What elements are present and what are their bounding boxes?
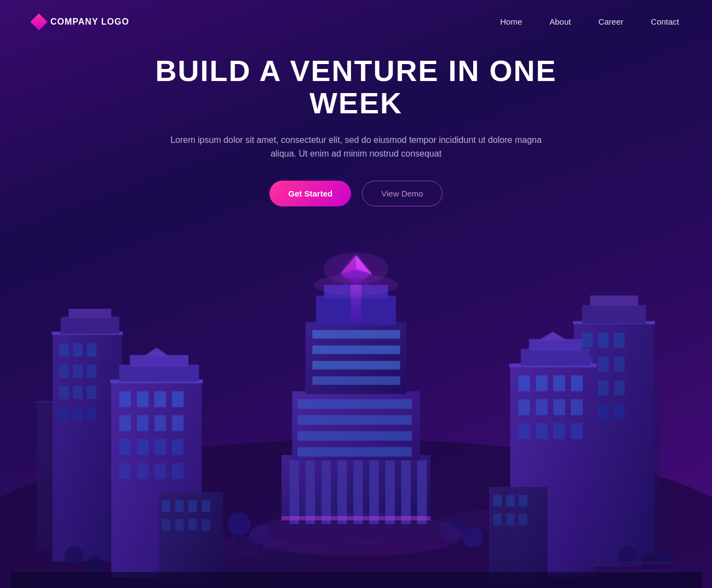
svg-rect-97	[312, 376, 400, 385]
svg-rect-51	[172, 439, 183, 455]
svg-rect-44	[119, 415, 131, 431]
svg-rect-140	[569, 569, 675, 572]
svg-rect-9	[73, 343, 82, 356]
svg-rect-67	[553, 399, 565, 415]
svg-rect-32	[614, 381, 624, 395]
svg-rect-123	[175, 500, 184, 512]
svg-rect-135	[506, 514, 515, 525]
svg-point-112	[65, 546, 84, 566]
svg-rect-124	[188, 500, 197, 512]
svg-rect-122	[162, 500, 170, 512]
svg-rect-52	[119, 463, 131, 479]
svg-point-108	[227, 512, 251, 536]
svg-rect-69	[518, 423, 530, 439]
svg-rect-109	[237, 535, 240, 545]
svg-rect-86	[417, 460, 427, 524]
svg-rect-16	[87, 386, 96, 399]
svg-rect-128	[188, 519, 197, 531]
svg-rect-57	[130, 355, 188, 367]
logo-icon	[30, 13, 47, 30]
nav-home[interactable]: Home	[500, 17, 522, 26]
svg-rect-139	[569, 561, 675, 564]
svg-rect-89	[297, 399, 412, 408]
svg-rect-90	[297, 415, 412, 424]
svg-rect-25	[598, 333, 608, 348]
svg-rect-48	[119, 439, 131, 455]
nav-contact[interactable]: Contact	[651, 17, 679, 26]
hero-section: BUILD A VENTURE IN ONE WEEK Lorem ipsum …	[0, 55, 712, 206]
svg-rect-41	[137, 391, 148, 407]
svg-rect-136	[519, 514, 527, 525]
svg-rect-79	[306, 460, 315, 524]
svg-point-116	[462, 527, 484, 548]
svg-rect-105	[351, 285, 361, 327]
svg-rect-31	[598, 381, 608, 395]
nav-career[interactable]: Career	[598, 17, 623, 26]
hero-description: Lorem ipsum dolor sit amet, consectetur …	[164, 133, 548, 161]
svg-rect-26	[614, 333, 624, 348]
svg-rect-14	[59, 386, 68, 399]
svg-rect-28	[598, 356, 608, 371]
svg-rect-134	[493, 514, 502, 525]
svg-rect-36	[582, 305, 646, 324]
svg-rect-42	[154, 391, 166, 407]
svg-rect-129	[202, 519, 210, 531]
svg-rect-11	[59, 365, 68, 378]
svg-rect-54	[154, 463, 166, 479]
svg-rect-46	[154, 415, 166, 431]
svg-rect-63	[553, 375, 565, 391]
svg-rect-50	[154, 439, 166, 455]
svg-point-113	[87, 556, 103, 572]
svg-rect-37	[590, 296, 638, 306]
get-started-button[interactable]: Get Started	[269, 181, 351, 206]
svg-rect-40	[119, 391, 131, 407]
svg-rect-85	[401, 460, 411, 524]
svg-rect-19	[87, 407, 96, 420]
svg-rect-132	[506, 495, 515, 506]
svg-rect-126	[162, 519, 170, 531]
svg-rect-72	[571, 423, 582, 439]
nav-about[interactable]: About	[549, 17, 571, 26]
svg-rect-138	[10, 572, 702, 588]
svg-rect-131	[493, 495, 502, 506]
svg-point-137	[250, 514, 463, 556]
svg-rect-49	[137, 439, 148, 455]
svg-point-120	[656, 550, 673, 567]
svg-rect-21	[68, 309, 111, 318]
svg-rect-34	[598, 405, 608, 419]
svg-rect-43	[172, 391, 183, 407]
svg-rect-15	[73, 386, 82, 399]
svg-rect-55	[172, 463, 183, 479]
svg-rect-64	[571, 375, 582, 391]
svg-rect-8	[59, 343, 68, 356]
svg-rect-117	[472, 547, 475, 556]
svg-rect-29	[614, 356, 624, 371]
navbar: COMPANY LOGO Home About Career Contact	[0, 0, 712, 44]
svg-rect-68	[571, 399, 582, 415]
svg-rect-45	[137, 415, 148, 431]
svg-rect-61	[518, 375, 530, 391]
hero-title: BUILD A VENTURE IN ONE WEEK	[110, 55, 602, 120]
svg-rect-35	[614, 405, 624, 419]
logo: COMPANY LOGO	[33, 16, 129, 28]
svg-rect-53	[137, 463, 148, 479]
svg-rect-62	[536, 375, 547, 391]
svg-rect-12	[73, 365, 82, 378]
svg-rect-47	[172, 415, 183, 431]
svg-marker-58	[143, 348, 170, 357]
svg-rect-78	[290, 460, 299, 524]
svg-rect-125	[202, 500, 210, 512]
svg-rect-66	[536, 399, 547, 415]
city-illustration	[0, 216, 712, 588]
svg-rect-65	[518, 399, 530, 415]
view-demo-button[interactable]: View Demo	[362, 181, 442, 206]
svg-rect-95	[312, 345, 400, 354]
svg-rect-10	[87, 343, 96, 356]
svg-rect-74	[529, 339, 582, 350]
svg-rect-133	[519, 495, 527, 506]
nav-links: Home About Career Contact	[500, 17, 679, 27]
svg-rect-96	[312, 361, 400, 370]
svg-rect-17	[59, 407, 68, 420]
svg-rect-73	[521, 349, 590, 366]
svg-rect-94	[312, 330, 400, 339]
